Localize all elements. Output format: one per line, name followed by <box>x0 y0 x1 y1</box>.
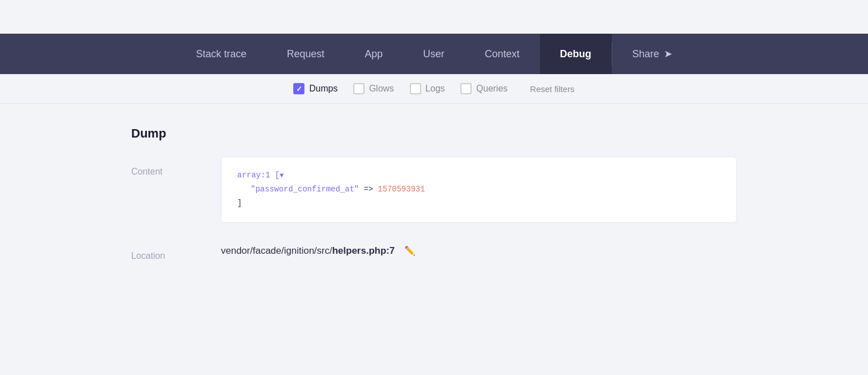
filter-bar: Dumps Glows Logs Queries Reset filters <box>0 74 868 104</box>
share-arrow-icon: ➤ <box>664 48 672 60</box>
code-closing-bracket: ] <box>237 199 242 208</box>
filter-glows[interactable]: Glows <box>353 83 394 94</box>
glows-checkbox[interactable] <box>353 83 364 94</box>
nav-items: Stack trace Request App User Context Deb… <box>176 34 692 74</box>
location-path-file: helpers.php:7 <box>332 245 394 256</box>
dumps-checkbox[interactable] <box>293 83 304 94</box>
nav-item-label: Context <box>485 48 520 60</box>
location-path-prefix: vendor/facade/ignition/src/ <box>221 245 332 256</box>
nav-item-user[interactable]: User <box>403 34 465 74</box>
nav-bar: Stack trace Request App User Context Deb… <box>0 34 868 74</box>
nav-item-label: Request <box>287 48 324 60</box>
queries-checkbox[interactable] <box>460 83 472 94</box>
nav-item-context[interactable]: Context <box>465 34 540 74</box>
content-section: Content array:1 [▼ "password_confirmed_a… <box>131 157 737 223</box>
nav-item-label: Stack trace <box>196 48 246 60</box>
nav-item-label: Debug <box>560 48 592 60</box>
nav-item-label: App <box>364 48 382 60</box>
edit-icon[interactable]: ✏️ <box>404 246 415 255</box>
location-section: Location vendor/facade/ignition/src/help… <box>131 241 737 261</box>
logs-checkbox[interactable] <box>410 83 421 94</box>
nav-item-label: Share <box>632 48 659 60</box>
content-wrapper: Dump Content array:1 [▼ "password_confir… <box>98 126 770 261</box>
filter-logs[interactable]: Logs <box>410 83 445 94</box>
content-label: Content <box>131 157 221 177</box>
dumps-label: Dumps <box>309 84 338 94</box>
code-line-1: array:1 [▼ <box>237 168 721 182</box>
dump-title: Dump <box>131 126 737 141</box>
glows-label: Glows <box>369 84 394 94</box>
reset-filters-button[interactable]: Reset filters <box>530 84 574 94</box>
location-path: vendor/facade/ignition/src/helpers.php:7 <box>221 245 398 256</box>
code-arrow-down: ▼ <box>280 172 284 180</box>
filter-queries[interactable]: Queries <box>460 83 507 94</box>
code-value: 1570593931 <box>378 185 425 194</box>
code-line-2: "password_confirmed_at" => 1570593931 <box>237 182 721 196</box>
nav-item-stack-trace[interactable]: Stack trace <box>176 34 266 74</box>
location-value: vendor/facade/ignition/src/helpers.php:7… <box>221 245 415 257</box>
code-line-3: ] <box>237 196 721 211</box>
nav-item-share[interactable]: Share ➤ <box>612 34 692 74</box>
code-fat-arrow: => <box>364 185 378 194</box>
queries-label: Queries <box>476 84 507 94</box>
code-key: "password_confirmed_at" <box>251 185 359 194</box>
location-label: Location <box>131 241 221 261</box>
nav-item-app[interactable]: App <box>344 34 403 74</box>
nav-item-label: User <box>423 48 445 60</box>
code-array: array:1 [ <box>237 171 280 180</box>
main-content: Dump Content array:1 [▼ "password_confir… <box>0 104 868 328</box>
filter-dumps[interactable]: Dumps <box>293 83 338 94</box>
code-block: array:1 [▼ "password_confirmed_at" => 15… <box>221 157 737 223</box>
top-spacer <box>0 0 868 34</box>
nav-item-request[interactable]: Request <box>266 34 344 74</box>
logs-label: Logs <box>426 84 445 94</box>
nav-item-debug[interactable]: Debug <box>540 34 612 74</box>
